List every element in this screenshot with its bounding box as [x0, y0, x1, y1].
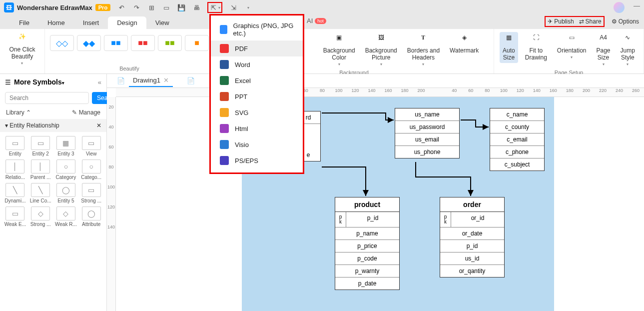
shape-item[interactable]: ▭View — [80, 136, 102, 156]
beautify-style-2[interactable]: ◆◆ — [77, 35, 101, 51]
er-table-order[interactable]: order p kor_id or_date p_id us_id or_qan… — [440, 197, 505, 278]
shape-item[interactable]: ▦Entity 3 — [55, 136, 77, 156]
page-size-button[interactable]: A4Page Size▾ — [594, 32, 614, 68]
beautify-style-3[interactable]: ■■ — [104, 35, 128, 51]
export-menu-item[interactable]: Graphics (PNG, JPG etc.) — [211, 18, 303, 40]
shape-item[interactable]: ▭Entity — [4, 136, 26, 156]
export-menu-item[interactable]: Excel — [211, 72, 303, 88]
fit-drawing-button[interactable]: ⛶Fit to Drawing — [522, 32, 550, 63]
orientation-icon: ▭ — [566, 34, 578, 46]
shape-label: Catego... — [81, 174, 101, 180]
avatar-icon[interactable] — [614, 2, 625, 13]
beautify-style-5[interactable]: ■■ — [158, 35, 182, 51]
tab-insert[interactable]: Insert — [74, 16, 108, 29]
new-icon[interactable]: ⊞ — [147, 4, 155, 12]
background-picture-button[interactable]: 🖼Background Picture▾ — [362, 32, 400, 68]
close-tab-icon[interactable]: ✕ — [163, 76, 169, 84]
library-toggle[interactable]: Library ⌃ — [6, 109, 31, 116]
share-button[interactable]: ⇄Share — [579, 18, 602, 25]
document-tab[interactable]: Drawing1 ✕ — [129, 74, 173, 87]
more-icon[interactable]: ▾ — [244, 4, 252, 12]
search-input[interactable] — [5, 92, 89, 104]
doc2-icon[interactable]: 📄 — [187, 77, 195, 84]
canvas[interactable]: rd e us_name us_password us_email us_pho… — [116, 97, 644, 311]
export-menu-item[interactable]: PPT — [211, 88, 303, 104]
shape-item[interactable]: ○Catego... — [80, 160, 102, 180]
export-menu-item[interactable]: PDF — [211, 40, 303, 56]
export-item-label: Graphics (PNG, JPG etc.) — [233, 22, 294, 37]
er-table-users[interactable]: us_name us_password us_email us_phone — [395, 108, 460, 158]
shape-item[interactable]: ◯Attribute — [80, 206, 102, 227]
document-tab-bar: 📄 Drawing1 ✕ 📄 — [107, 74, 644, 88]
shape-thumb: ▭ — [5, 136, 24, 150]
tab-home[interactable]: Home — [38, 16, 74, 29]
shape-item[interactable]: ╲Line Co... — [29, 183, 52, 204]
hot-badge: hot — [315, 18, 326, 24]
symbols-icon: ☰ — [5, 78, 11, 86]
app-logo — [4, 2, 14, 12]
window-controls: — — [614, 2, 640, 13]
shape-item[interactable]: ◯Entity 5 — [55, 183, 77, 204]
shape-label: Entity 5 — [57, 198, 74, 204]
tab-view[interactable]: View — [146, 16, 178, 29]
shape-item[interactable]: ╲Dynami... — [4, 183, 26, 204]
er-field: c_email — [490, 134, 544, 146]
export-menu-item[interactable]: Html — [211, 120, 303, 136]
export-menu-item[interactable]: Visio — [211, 136, 303, 152]
shape-item[interactable]: ▭Entity 2 — [29, 136, 52, 156]
open-icon[interactable]: ▭ — [162, 4, 170, 12]
auto-size-button[interactable]: ▦Auto Size — [500, 32, 518, 63]
shapes-grid: ▭Entity▭Entity 2▦Entity 3▭View│Relatio..… — [0, 132, 106, 231]
redo-icon[interactable]: ↷ — [132, 4, 140, 12]
import-icon[interactable]: ⇲ — [229, 4, 237, 12]
options-button[interactable]: ⚙Options — [612, 18, 639, 25]
menubar: File Home Insert Design View AI hot ✈Pub… — [0, 15, 644, 29]
save-icon[interactable]: 💾 — [177, 4, 185, 12]
shape-label: Weak R... — [55, 222, 77, 227]
jump-style-button[interactable]: ∿Jump Style▾ — [618, 32, 638, 68]
dropdown-caret-icon[interactable]: ▾ — [218, 6, 220, 10]
shape-item[interactable]: │Parent ... — [29, 160, 52, 180]
borders-headers-button[interactable]: 𝐓Borders and Headers▾ — [404, 32, 443, 68]
left-panel-title[interactable]: More Symbols▾ — [14, 78, 95, 86]
shape-item[interactable]: ○Category — [55, 160, 77, 180]
orientation-button[interactable]: ▭Orientation▾ — [554, 32, 590, 62]
publish-icon: ✈ — [548, 18, 553, 25]
ribbon: ✨ One Click Beautify ▾ ◇◇ ◆◆ ■■ ■■ ■■ ■ … — [0, 29, 644, 74]
watermark-button[interactable]: ◈Watermark — [447, 32, 482, 56]
shape-item[interactable]: ◇Weak R... — [55, 206, 77, 227]
er-table-contact[interactable]: c_name c_county c_email c_phone c_subjec… — [490, 108, 545, 171]
minimize-icon[interactable]: — — [634, 2, 640, 13]
format-icon — [220, 25, 227, 34]
export-icon[interactable]: ⇱ — [209, 4, 217, 12]
category-header[interactable]: ▾ Entity Relationship ✕ — [0, 119, 106, 132]
print-icon[interactable]: 🖶 — [192, 4, 200, 12]
ai-badge[interactable]: AI hot — [307, 17, 326, 24]
export-menu-item[interactable]: Word — [211, 56, 303, 72]
background-color-button[interactable]: ▣Background Color▾ — [320, 32, 358, 68]
shape-thumb: ◯ — [56, 183, 75, 197]
export-item-label: Word — [235, 61, 250, 68]
manage-button[interactable]: ✎ Manage — [72, 109, 100, 116]
beautify-style-6[interactable]: ■ — [185, 35, 209, 51]
tab-design[interactable]: Design — [108, 16, 146, 29]
ribbon-group-label-beautify: Beautify — [50, 64, 209, 72]
er-table-product[interactable]: product p kp_id p_name p_price p_code p_… — [335, 197, 400, 290]
shape-item[interactable]: ▭Weak E... — [4, 206, 26, 227]
export-menu-item[interactable]: PS/EPS — [211, 152, 303, 168]
shape-label: Entity 3 — [57, 151, 74, 156]
shape-item[interactable]: ▭Strong ... — [80, 183, 102, 204]
shape-item[interactable]: ◇Strong ... — [29, 206, 52, 227]
export-menu-item[interactable]: SVG — [211, 104, 303, 120]
one-click-beautify-button[interactable]: ✨ One Click Beautify ▾ — [6, 31, 38, 68]
tab-file[interactable]: File — [10, 16, 38, 29]
beautify-style-1[interactable]: ◇◇ — [50, 35, 74, 51]
undo-icon[interactable]: ↶ — [117, 4, 125, 12]
shape-label: Strong ... — [30, 222, 51, 227]
beautify-style-4[interactable]: ■■ — [131, 35, 155, 51]
publish-button[interactable]: ✈Publish — [548, 18, 574, 25]
close-category-icon[interactable]: ✕ — [96, 122, 101, 129]
shape-item[interactable]: │Relatio... — [4, 160, 26, 180]
collapse-panel-icon[interactable]: « — [98, 78, 101, 86]
shape-thumb: ◯ — [82, 206, 101, 220]
